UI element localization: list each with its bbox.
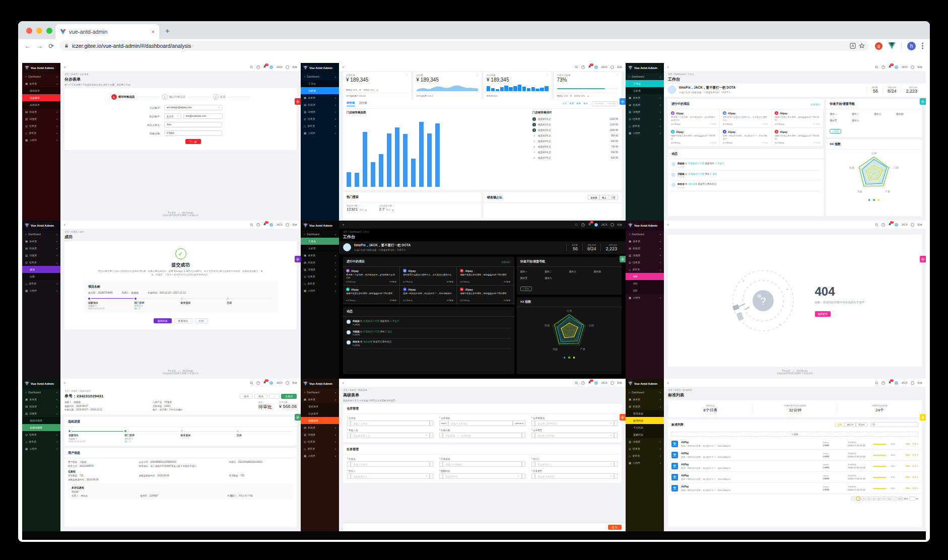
list-search-input[interactable] xyxy=(870,422,918,427)
language-label[interactable]: 简体 xyxy=(617,65,622,68)
sidebar-item[interactable]: ▤列表页▾ xyxy=(626,101,664,108)
sidebar-item[interactable]: 403 xyxy=(626,280,664,287)
sidebar-item[interactable]: 500 xyxy=(626,287,664,294)
sidebar-item[interactable]: ▣表单页▴ xyxy=(301,396,339,403)
collapse-menu-icon[interactable]: ≡ xyxy=(667,381,669,384)
list-item[interactable]: 支 AliPay那是一种内在的东西，他们到达不了，也无法触及的 Owner付晓晓… xyxy=(668,450,922,461)
help-icon[interactable]: ? xyxy=(581,381,585,385)
quick-op-link[interactable]: 操作六 xyxy=(545,276,569,279)
list-item[interactable]: 支 AliPay那是一种内在的东西，他们到达不了，也无法触及的 Owner付晓晓… xyxy=(668,472,922,483)
sidebar-item[interactable]: 分步表单 xyxy=(22,94,60,101)
sidebar-item[interactable]: ▦小组件▾ xyxy=(301,287,339,294)
app-logo[interactable]: Vue Antd Admin xyxy=(301,379,339,389)
sidebar-item[interactable]: ▥详情页▾ xyxy=(626,252,664,259)
search-icon[interactable] xyxy=(575,223,578,227)
sidebar-item[interactable]: 查询表格 xyxy=(626,410,664,417)
field-input[interactable]: 请选择任务类型▾ xyxy=(535,473,614,479)
item-title[interactable]: AliPay xyxy=(681,474,820,477)
sidebar-item[interactable]: ○Dashboard▾ xyxy=(22,389,60,396)
project-group[interactable]: 科学搬砖组 xyxy=(723,142,732,144)
language-icon[interactable] xyxy=(611,65,614,69)
language-icon[interactable] xyxy=(911,223,914,227)
sidebar-item[interactable]: ◎结果页▾ xyxy=(301,115,339,122)
range-link[interactable]: 本周 xyxy=(569,102,574,105)
project-card[interactable]: AAlipay城镇中有那么多的酒馆，她却偏偏走进了我的酒馆科学搬砖组9小时前 xyxy=(457,267,514,286)
channel-filter-button[interactable]: 线上 xyxy=(599,195,609,200)
project-group[interactable]: 科学搬砖组 xyxy=(403,299,413,302)
breadcrumb[interactable]: 首页 / Dashboard / 工作台 xyxy=(668,73,922,76)
sidebar-item[interactable]: ▣表单页▾ xyxy=(626,238,664,245)
search-icon[interactable] xyxy=(250,223,253,227)
page-button[interactable]: 2 xyxy=(861,497,865,501)
username[interactable]: JACK xyxy=(901,381,908,384)
action-button[interactable]: 操作 xyxy=(254,394,267,399)
page-button[interactable]: ••• xyxy=(882,497,886,501)
feed-user[interactable]: 曲丽丽 xyxy=(678,162,685,165)
feed-link[interactable]: 项目进展 xyxy=(688,183,697,185)
action-button[interactable]: ⋯ xyxy=(269,394,280,399)
sidebar-item[interactable]: ▤列表页▾ xyxy=(22,108,60,115)
notification-bell-icon[interactable]: 12 xyxy=(888,223,892,227)
notification-bell-icon[interactable]: 12 xyxy=(588,223,591,227)
app-logo[interactable]: Vue Antd Admin xyxy=(301,221,339,231)
user-avatar[interactable] xyxy=(269,381,273,385)
project-card[interactable]: AAlipay希望是一个好东西，也许是最好的，好东西是不会消亡的科学搬砖组9小时… xyxy=(343,267,400,286)
item-actions[interactable]: 编辑 更多 ▾ xyxy=(898,454,918,456)
username[interactable]: JACK xyxy=(601,65,607,68)
project-card[interactable]: AAlipay那时候我只会想自己想要什么，从不想自己拥有什么科学搬砖组9小时前 xyxy=(720,109,772,128)
payee-name-input[interactable]: Alex xyxy=(164,122,222,127)
all-projects-link[interactable]: 全部项目 xyxy=(501,260,510,263)
project-card[interactable]: AAlipay城镇中有那么多的酒馆，她却偏偏走进了我的酒馆科学搬砖组9小时前 xyxy=(772,128,824,147)
language-label[interactable]: 简体 xyxy=(617,223,622,226)
step-sub[interactable]: 催一下 xyxy=(134,307,181,310)
sidebar-item[interactable]: ○Dashboard▴ xyxy=(301,73,339,80)
tab-visits[interactable]: 访问量 xyxy=(359,101,368,106)
add-button[interactable]: + 添加 xyxy=(520,287,532,291)
sidebar-item[interactable]: ○Dashboard▴ xyxy=(626,73,664,80)
gitee-extension-icon[interactable]: g xyxy=(875,42,883,50)
app-logo[interactable]: Vue Antd Admin xyxy=(626,63,664,73)
search-icon[interactable] xyxy=(875,65,878,69)
help-icon[interactable]: ? xyxy=(882,381,885,385)
notification-bell-icon[interactable]: 12 xyxy=(263,381,266,385)
step-sub[interactable]: 催一下 xyxy=(124,440,180,443)
quick-op-link[interactable]: 操作一 xyxy=(830,112,852,115)
sidebar-item[interactable]: ○Dashboard▾ xyxy=(22,231,60,238)
sidebar-item[interactable]: △异常页▾ xyxy=(301,445,339,452)
notification-bell-icon[interactable]: 12 xyxy=(888,381,892,385)
language-icon[interactable] xyxy=(611,223,614,227)
app-logo[interactable]: Vue Antd Admin xyxy=(22,221,60,231)
field-input[interactable]: 请选择仓库管理员▾ xyxy=(535,421,614,426)
user-avatar[interactable] xyxy=(269,65,273,69)
field-input[interactable]: 请选择执行人▾ xyxy=(535,461,614,467)
sidebar-item[interactable]: ▤列表页▾ xyxy=(301,424,339,431)
next-step-button[interactable]: 下一步 xyxy=(185,139,201,144)
project-card[interactable]: AAlipay城镇中有那么多的酒馆，她却偏偏走进了我的酒馆科学搬砖组9小时前 xyxy=(772,109,824,128)
language-icon[interactable] xyxy=(911,65,914,69)
breadcrumb[interactable]: 首页 / 表单页 / 分步表单 xyxy=(64,73,297,76)
sidebar-item[interactable]: ▦小组件▾ xyxy=(626,294,664,301)
sidebar-item[interactable]: △异常页▾ xyxy=(626,452,664,459)
add-button[interactable]: + 添加 xyxy=(830,129,841,133)
project-group[interactable]: 科学搬砖组 xyxy=(460,299,469,302)
username[interactable]: JACK xyxy=(901,223,908,226)
field-input[interactable]: 请选择仓库类型▾ xyxy=(535,433,614,438)
feed-user[interactable]: 林东东 xyxy=(678,183,685,185)
project-group[interactable]: 科学搬砖组 xyxy=(671,142,681,144)
project-card[interactable]: AAlipay城镇中有那么多的酒馆，她却偏偏走进了我的酒馆科学搬砖组9小时前 xyxy=(343,286,400,304)
sidebar-item[interactable]: 分步表单 xyxy=(301,410,339,417)
sidebar-item[interactable]: 高级详情页 xyxy=(22,424,60,431)
breadcrumb[interactable]: 首页 / Dashboard / 工作台 xyxy=(343,231,622,233)
back-home-button[interactable]: 返回首页 xyxy=(815,311,831,317)
list-filter-button[interactable]: 全部 xyxy=(835,423,845,427)
theme-settings-gear-button[interactable] xyxy=(620,98,626,105)
project-group[interactable]: 科学搬砖组 xyxy=(346,281,356,283)
page-button[interactable]: ‹ xyxy=(851,497,855,501)
app-logo[interactable]: Vue Antd Admin xyxy=(22,63,60,73)
quick-op-link[interactable]: 操作五 xyxy=(830,119,852,122)
collapse-menu-icon[interactable]: ≡ xyxy=(343,65,344,68)
notification-bell-icon[interactable]: 12 xyxy=(588,381,591,385)
sidebar-item[interactable]: ▥详情页▾ xyxy=(626,108,664,115)
project-card[interactable]: AAlipay城镇中有那么多的酒馆，她却偏偏走进了我的酒馆科学搬砖组9小时前 xyxy=(457,286,514,304)
project-card[interactable]: AAlipay那是一种内在的东西，他们到达不了，也无法触及的科学搬砖组9小时前 xyxy=(400,286,457,304)
